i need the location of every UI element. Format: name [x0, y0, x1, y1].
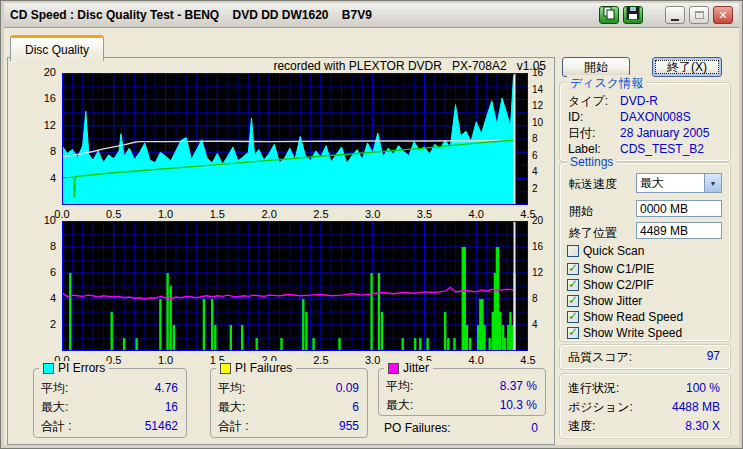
exit-button[interactable]: 終了(X) [652, 57, 722, 77]
transfer-speed-value: 最大 [637, 175, 704, 192]
stat-row: 平均:0.09 [218, 379, 359, 398]
checkbox-quick-scan[interactable]: Quick Scan [567, 244, 644, 258]
pi-errors-legend-swatch [43, 363, 54, 374]
pi-failures-legend-swatch [220, 363, 231, 374]
checkbox-show-c2-pif[interactable]: Show C2/PIF [567, 278, 654, 292]
quality-chart-pi-errors [62, 73, 528, 205]
disc-info-title: ディスク情報 [567, 75, 646, 92]
titlebar-buttons: ✕ [595, 6, 739, 24]
quality-score-box: 品質スコア:97 [559, 344, 731, 370]
stat-row: 平均:4.76 [41, 379, 178, 398]
end-position-label: 終了位置 [569, 225, 617, 242]
stat-row: 合計 :955 [218, 417, 359, 436]
checkbox-icon [567, 263, 579, 275]
close-icon: ✕ [718, 10, 727, 21]
checkbox-show-write-speed[interactable]: Show Write Speed [567, 326, 682, 340]
status-box: 進行状況:100 % ポジション:4488 MB 速度:8.30 X [559, 373, 731, 439]
tab-label: Disc Quality [25, 43, 89, 57]
maximize-icon [695, 11, 704, 19]
maximize-button[interactable] [689, 6, 709, 24]
pi-failures-stats-box: PI Failures 平均:0.09 最大:6 合計 :955 [210, 368, 368, 438]
disc-info-row: 日付:28 January 2005 [568, 125, 726, 141]
stat-row: 最大:16 [41, 398, 178, 417]
tab-disc-quality[interactable]: Disc Quality [10, 35, 104, 61]
jitter-legend-swatch [388, 363, 399, 374]
checkbox-icon [567, 295, 579, 307]
disc-info-row: タイプ:DVD-R [568, 93, 726, 109]
status-row: 速度:8.30 X [568, 417, 720, 436]
status-row: ポジション:4488 MB [568, 398, 720, 417]
start-position-label: 開始 [569, 203, 593, 220]
copy-icon [602, 6, 616, 24]
app-window: CD Speed : Disc Quality Test - BENQ DVD … [0, 0, 743, 449]
quality-score-value: 97 [707, 349, 720, 366]
checkbox-icon [567, 311, 579, 323]
jitter-stats-box: Jitter 平均:8.37 % 最大:10.3 % [378, 368, 546, 416]
pi-errors-stats-box: PI Errors 平均:4.76 最大:16 合計 :51462 [33, 368, 187, 438]
settings-title: Settings [567, 155, 616, 169]
save-button[interactable] [623, 6, 643, 24]
pi-errors-title-label: PI Errors [58, 361, 105, 375]
recorded-with-label: recorded with PLEXTOR DVDR PX-708A2 v1.0… [60, 59, 546, 73]
pi-failures-title-label: PI Failures [235, 361, 292, 375]
transfer-speed-select[interactable]: 最大 ▼ [636, 173, 722, 193]
minimize-button[interactable] [665, 6, 685, 24]
checkbox-icon [567, 279, 579, 291]
disc-info-group: ディスク情報 タイプ:DVD-R ID:DAXON008S 日付:28 Janu… [559, 82, 731, 162]
save-icon [626, 6, 640, 24]
settings-group: Settings 転送速度 最大 ▼ 開始 終了位置 Quick Scan Sh… [559, 162, 731, 342]
minimize-icon [671, 19, 679, 21]
stat-row: 平均:8.37 % [386, 377, 537, 396]
po-failures-row: PO Failures: 0 [384, 421, 538, 435]
status-row: 進行状況:100 % [568, 379, 720, 398]
stat-row: 最大:10.3 % [386, 396, 537, 415]
quality-chart-pi-failures [62, 221, 528, 351]
jitter-stats-title: Jitter [384, 361, 433, 375]
po-failures-value: 0 [531, 421, 538, 435]
title-bar: CD Speed : Disc Quality Test - BENQ DVD … [4, 3, 739, 28]
checkbox-icon [567, 245, 579, 257]
checkbox-show-c1-pie[interactable]: Show C1/PIE [567, 262, 654, 276]
copy-button[interactable] [599, 6, 619, 24]
stat-row: 最大:6 [218, 398, 359, 417]
checkbox-icon [567, 327, 579, 339]
pi-errors-stats-title: PI Errors [39, 361, 109, 375]
close-button[interactable]: ✕ [713, 6, 733, 24]
pi-failures-stats-title: PI Failures [216, 361, 296, 375]
po-failures-label: PO Failures: [384, 421, 451, 435]
end-position-field[interactable] [636, 222, 722, 239]
quality-score-label: 品質スコア: [568, 349, 632, 366]
transfer-speed-label: 転送速度 [569, 176, 617, 193]
checkbox-show-jitter[interactable]: Show Jitter [567, 294, 642, 308]
start-position-field[interactable] [636, 200, 722, 217]
jitter-title-label: Jitter [403, 361, 429, 375]
start-button[interactable]: 開始 [562, 57, 630, 77]
chevron-down-icon[interactable]: ▼ [704, 174, 721, 192]
stat-row: 合計 :51462 [41, 417, 178, 436]
checkbox-show-read-speed[interactable]: Show Read Speed [567, 310, 683, 324]
disc-info-row: ID:DAXON008S [568, 109, 726, 125]
window-title: CD Speed : Disc Quality Test - BENQ DVD … [4, 8, 372, 22]
